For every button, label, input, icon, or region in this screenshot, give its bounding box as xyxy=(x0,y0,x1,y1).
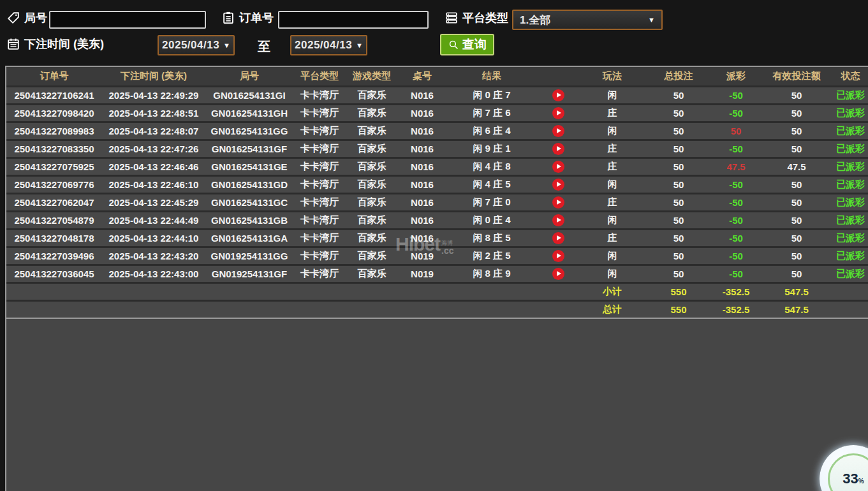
bet-record-row: 2504132270984202025-04-13 22:48:51GN0162… xyxy=(6,104,868,122)
round-no-label: 局号 xyxy=(24,10,47,26)
col-header-replay xyxy=(537,67,579,86)
cell-bet-time: 2025-04-13 22:49:29 xyxy=(102,86,205,104)
cell-play-type: 庄 xyxy=(579,193,645,211)
replay-play-icon[interactable] xyxy=(552,89,564,101)
search-button[interactable]: 查询 xyxy=(440,34,494,55)
cell-result: 闲 0 庄 7 xyxy=(446,86,537,104)
cell-order-no: 250413227039496 xyxy=(6,247,102,265)
cell-payout: -50 xyxy=(712,247,760,265)
cell-result: 闲 7 庄 6 xyxy=(446,104,537,122)
cell-round-no: GN016254131GC xyxy=(205,193,293,211)
cell-game-type: 百家乐 xyxy=(346,140,398,158)
cell-bet-time: 2025-04-13 22:43:00 xyxy=(102,265,205,282)
cell-status: 已派彩 xyxy=(833,86,868,104)
cell-payout: -50 xyxy=(712,229,760,247)
col-header-platform: 平台类型 xyxy=(293,67,346,86)
bet-record-row: 2504132270833502025-04-13 22:47:26GN0162… xyxy=(6,140,868,158)
replay-play-icon[interactable] xyxy=(552,143,564,155)
cell-table-no: N016 xyxy=(398,158,446,175)
cell-status: 已派彩 xyxy=(833,211,868,229)
platform-type-select[interactable]: 1.全部 ▼ xyxy=(512,10,663,30)
replay-play-icon[interactable] xyxy=(552,214,564,226)
order-no-input[interactable] xyxy=(278,11,429,29)
cell-total-bet: 50 xyxy=(645,86,712,104)
cell-game-type: 百家乐 xyxy=(346,193,398,211)
subtotal-row-spacer xyxy=(6,282,579,300)
calendar-icon xyxy=(6,37,20,51)
cell-table-no: N019 xyxy=(398,247,446,265)
cell-status: 已派彩 xyxy=(833,122,868,140)
cell-result: 闲 4 庄 5 xyxy=(446,175,537,193)
cell-status: 已派彩 xyxy=(833,193,868,211)
order-no-group: 订单号 xyxy=(221,10,274,26)
chevron-down-icon: ▼ xyxy=(648,16,655,24)
cell-payout: -50 xyxy=(712,104,760,122)
cell-table-no: N016 xyxy=(398,193,446,211)
round-no-input[interactable] xyxy=(49,11,206,29)
replay-play-icon[interactable] xyxy=(552,232,564,244)
cell-result: 闲 0 庄 4 xyxy=(446,211,537,229)
col-header-game-type: 游戏类型 xyxy=(346,67,398,86)
date-from-select[interactable]: 2025/04/13 ▼ xyxy=(158,35,235,55)
cell-table-no: N019 xyxy=(398,265,446,282)
replay-play-icon[interactable] xyxy=(552,179,564,191)
cell-order-no: 250413227062047 xyxy=(6,193,102,211)
subtotal-row-valid-bet: 547.5 xyxy=(760,282,833,300)
cell-status: 已派彩 xyxy=(833,229,868,247)
server-stack-icon xyxy=(445,11,459,25)
cell-status: 已派彩 xyxy=(833,104,868,122)
cell-replay xyxy=(537,175,579,193)
col-header-status: 状态 xyxy=(833,67,868,86)
platform-type-label: 平台类型 xyxy=(462,10,508,26)
cell-valid-bet: 47.5 xyxy=(760,158,833,175)
cell-order-no: 250413227075925 xyxy=(6,158,102,175)
replay-play-icon[interactable] xyxy=(552,107,564,119)
cell-total-bet: 50 xyxy=(645,247,712,265)
table-header-row: 订单号 下注时间 (美东) 局号 平台类型 游戏类型 桌号 结果 玩法 总投注 … xyxy=(6,67,868,86)
replay-play-icon[interactable] xyxy=(552,125,564,137)
cell-play-type: 闲 xyxy=(579,247,645,265)
bet-records-table: 订单号 下注时间 (美东) 局号 平台类型 游戏类型 桌号 结果 玩法 总投注 … xyxy=(6,67,868,319)
cell-round-no: GN016254131GI xyxy=(205,86,293,104)
cell-total-bet: 50 xyxy=(645,122,712,140)
cell-payout: -50 xyxy=(712,193,760,211)
cell-round-no: GN016254131GG xyxy=(205,122,293,140)
replay-play-icon[interactable] xyxy=(552,268,564,280)
bet-record-row: 2504132270759252025-04-13 22:46:46GN0162… xyxy=(6,158,868,175)
cell-platform: 卡卡湾厅 xyxy=(293,247,346,265)
search-button-label: 查询 xyxy=(462,36,487,53)
bet-record-row: 2504132270548792025-04-13 22:44:49GN0162… xyxy=(6,211,868,229)
cell-valid-bet: 50 xyxy=(760,265,833,282)
cell-table-no: N016 xyxy=(398,140,446,158)
cell-play-type: 庄 xyxy=(579,158,645,175)
total-row-label: 总计 xyxy=(579,300,645,318)
platform-type-selected-value: 1.全部 xyxy=(520,13,550,27)
cell-platform: 卡卡湾厅 xyxy=(293,175,346,193)
cell-result: 闲 8 庄 5 xyxy=(446,229,537,247)
subtotal-row-status xyxy=(833,282,868,300)
search-icon xyxy=(448,39,460,51)
col-header-payout: 派彩 xyxy=(712,67,760,86)
cell-round-no: GN016254131GF xyxy=(205,140,293,158)
date-range-to-label: 至 xyxy=(258,38,270,55)
cell-valid-bet: 50 xyxy=(760,211,833,229)
cell-table-no: N016 xyxy=(398,104,446,122)
bet-record-row: 2504132271062412025-04-13 22:49:29GN0162… xyxy=(6,86,868,104)
cell-payout: -50 xyxy=(712,86,760,104)
platform-type-group: 平台类型 xyxy=(445,10,508,26)
cell-game-type: 百家乐 xyxy=(346,265,398,282)
cell-status: 已派彩 xyxy=(833,158,868,175)
replay-play-icon[interactable] xyxy=(552,196,564,209)
total-row-status xyxy=(833,300,868,318)
replay-play-icon[interactable] xyxy=(552,161,564,173)
cell-table-no: N016 xyxy=(398,229,446,247)
filter-bar: 局号 订单号 平台类型 1.全 xyxy=(0,0,868,66)
cell-game-type: 百家乐 xyxy=(346,211,398,229)
date-to-select[interactable]: 2025/04/13 ▼ xyxy=(290,35,367,55)
cell-status: 已派彩 xyxy=(833,265,868,282)
cell-replay xyxy=(537,86,579,104)
cell-replay xyxy=(537,211,579,229)
replay-play-icon[interactable] xyxy=(552,250,564,262)
cell-play-type: 庄 xyxy=(579,140,645,158)
cell-replay xyxy=(537,122,579,140)
